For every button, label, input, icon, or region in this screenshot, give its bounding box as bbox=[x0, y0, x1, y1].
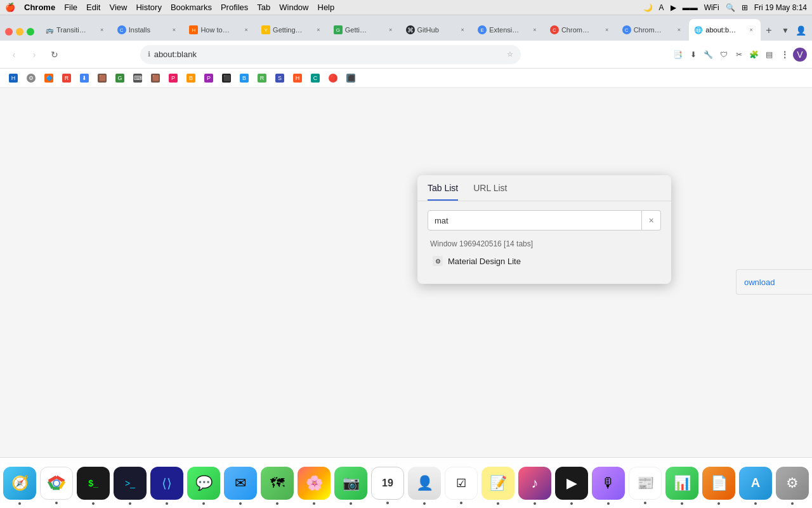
menu-help[interactable]: Help bbox=[318, 3, 335, 12]
bm-1[interactable]: H bbox=[5, 71, 22, 85]
forward-button[interactable]: › bbox=[25, 46, 43, 64]
tab-close-icon[interactable]: × bbox=[603, 25, 612, 34]
bm-16[interactable]: S bbox=[272, 71, 288, 85]
bm-12[interactable]: P bbox=[200, 71, 217, 85]
dock-safari[interactable]: 🧭 bbox=[3, 467, 36, 500]
tab-close-icon[interactable]: × bbox=[169, 25, 178, 34]
bm-5[interactable]: ⬇ bbox=[76, 71, 93, 85]
new-tab-button[interactable]: + bbox=[761, 23, 776, 38]
menu-edit[interactable]: Edit bbox=[86, 3, 100, 12]
bookmark-star-icon[interactable]: ☆ bbox=[507, 50, 513, 58]
dock-contacts[interactable]: 👤 bbox=[408, 467, 441, 500]
bm-13[interactable]: ⬛ bbox=[218, 71, 235, 85]
bm-6[interactable]: 🟫 bbox=[94, 71, 110, 85]
tab-list-button[interactable]: ▼ bbox=[779, 24, 792, 37]
address-input-wrap[interactable]: ℹ about:blank ☆ bbox=[140, 45, 521, 64]
dock-calendar[interactable]: 19 bbox=[371, 467, 404, 500]
tab-howto[interactable]: H How to… × bbox=[184, 19, 256, 41]
bm-14[interactable]: B bbox=[236, 71, 252, 85]
dock-terminal[interactable]: $_ bbox=[77, 467, 110, 500]
dock-podcasts[interactable]: 🎙 bbox=[592, 467, 625, 500]
profile-avatar[interactable]: V bbox=[793, 48, 807, 62]
bm-7[interactable]: G bbox=[112, 71, 128, 85]
tab-close-icon[interactable]: × bbox=[674, 25, 683, 34]
ext-bookmark-icon[interactable]: 📑 bbox=[671, 48, 685, 62]
tab-getting2[interactable]: G Getti… × bbox=[329, 19, 400, 41]
bm-19[interactable]: ⭕ bbox=[325, 71, 341, 85]
bm-10[interactable]: P bbox=[165, 71, 181, 85]
url-list-tab[interactable]: URL List bbox=[473, 183, 507, 201]
ext-puzzle-icon[interactable]: 🧩 bbox=[747, 48, 761, 62]
tab-extensi[interactable]: E Extensi… × bbox=[473, 19, 544, 41]
tab-transiti[interactable]: 🚌 Transiti… × bbox=[40, 19, 112, 41]
dock-maps[interactable]: 🗺 bbox=[261, 467, 294, 500]
dock-appletv[interactable]: ▶ bbox=[555, 467, 588, 500]
dock-photos[interactable]: 🌸 bbox=[298, 467, 331, 500]
search-icon[interactable]: 🔍 bbox=[726, 3, 735, 12]
tab-chrome1[interactable]: C Chrom… × bbox=[545, 19, 617, 41]
apple-menu[interactable]: 🍎 bbox=[5, 3, 15, 12]
dock-mail[interactable]: ✉ bbox=[224, 467, 257, 500]
tab-chrome2[interactable]: C Chrom… × bbox=[617, 19, 689, 41]
dock-facetime[interactable]: 📷 bbox=[334, 467, 367, 500]
bm-4[interactable]: R bbox=[58, 71, 75, 85]
menu-dots-icon[interactable]: ⋮ bbox=[778, 48, 792, 62]
ext-3[interactable]: ✂ bbox=[732, 48, 746, 62]
dock-reminders[interactable]: ☑ bbox=[445, 467, 478, 500]
tab-installs[interactable]: C Installs × bbox=[112, 19, 184, 41]
menu-history[interactable]: History bbox=[136, 3, 161, 12]
dock-notes[interactable]: 📝 bbox=[481, 467, 514, 500]
dock-music[interactable]: ♪ bbox=[518, 467, 551, 500]
dock-pages[interactable]: 📄 bbox=[702, 467, 735, 500]
minimize-button[interactable] bbox=[16, 28, 23, 36]
dock-chrome[interactable] bbox=[40, 467, 73, 500]
tab-close-icon[interactable]: × bbox=[458, 25, 467, 34]
menu-file[interactable]: File bbox=[64, 3, 77, 12]
tab-close-icon[interactable]: × bbox=[314, 25, 323, 34]
bm-9[interactable]: 🟫 bbox=[147, 71, 164, 85]
dock-vscode[interactable]: ⟨⟩ bbox=[150, 467, 183, 500]
profile-icon[interactable]: 👤 bbox=[794, 24, 807, 37]
tab-about-blank[interactable]: 🌐 about:b… × bbox=[689, 19, 761, 41]
close-button[interactable] bbox=[5, 28, 13, 36]
app-name[interactable]: Chrome bbox=[24, 3, 55, 12]
tab-getting1[interactable]: Y Getting… × bbox=[256, 19, 328, 41]
bm-18[interactable]: C bbox=[307, 71, 324, 85]
menu-profiles[interactable]: Profiles bbox=[221, 3, 248, 12]
tab-close-icon[interactable]: × bbox=[386, 25, 395, 34]
bm-20[interactable]: ⬛ bbox=[343, 71, 359, 85]
bm-11[interactable]: B bbox=[183, 71, 199, 85]
back-button[interactable]: ‹ bbox=[5, 46, 23, 64]
dock-news[interactable]: 📰 bbox=[629, 467, 662, 500]
tab-close-icon[interactable]: × bbox=[98, 25, 107, 34]
ext-download-icon[interactable]: ⬇ bbox=[686, 48, 700, 62]
ext-1[interactable]: 🔧 bbox=[702, 48, 716, 62]
reload-button[interactable]: ↻ bbox=[46, 46, 63, 64]
menu-window[interactable]: Window bbox=[279, 3, 308, 12]
dock-iterm[interactable]: >_ bbox=[114, 467, 147, 500]
ext-2[interactable]: 🛡 bbox=[717, 48, 731, 62]
bm-8[interactable]: ⌨ bbox=[129, 71, 146, 85]
search-clear-button[interactable]: × bbox=[642, 210, 661, 231]
bm-15[interactable]: R bbox=[254, 71, 270, 85]
search-input[interactable] bbox=[428, 210, 642, 231]
tab-github[interactable]: ⌘ GitHub × bbox=[401, 19, 473, 41]
tab-close-icon[interactable]: × bbox=[242, 25, 251, 34]
bm-17[interactable]: H bbox=[289, 71, 306, 85]
dock-systemprefs[interactable]: ⚙ bbox=[776, 467, 809, 500]
menu-view[interactable]: View bbox=[109, 3, 127, 12]
maximize-button[interactable] bbox=[27, 28, 34, 36]
tab-close-icon[interactable]: × bbox=[747, 25, 756, 34]
tab-result-material-design[interactable]: ⚙ Material Design Lite bbox=[428, 252, 661, 270]
menu-bookmarks[interactable]: Bookmarks bbox=[171, 3, 212, 12]
bm-2[interactable]: ⚙ bbox=[23, 71, 39, 85]
tab-list-tab[interactable]: Tab List bbox=[428, 183, 458, 201]
tab-close-icon[interactable]: × bbox=[530, 25, 539, 34]
dock-messages[interactable]: 💬 bbox=[187, 467, 220, 500]
sidebar-icon[interactable]: ▤ bbox=[763, 48, 776, 62]
dock-appstore[interactable]: A bbox=[739, 467, 772, 500]
menu-tab[interactable]: Tab bbox=[257, 3, 270, 12]
dock-numbers[interactable]: 📊 bbox=[665, 467, 698, 500]
bm-3[interactable]: 🔷 bbox=[41, 71, 57, 85]
controlcenter-icon[interactable]: ⊞ bbox=[742, 3, 748, 12]
